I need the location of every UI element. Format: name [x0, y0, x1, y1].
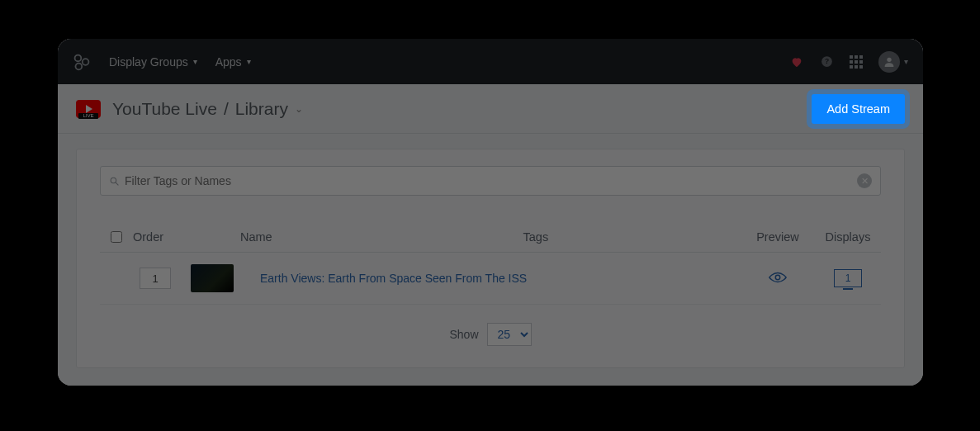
heart-icon[interactable]	[789, 54, 804, 69]
add-stream-button[interactable]: Add Stream	[812, 94, 905, 124]
apps-grid-icon[interactable]	[849, 54, 864, 69]
svg-point-1	[83, 59, 89, 65]
avatar-icon	[878, 51, 900, 73]
preview-button[interactable]	[741, 272, 815, 286]
pager-label: Show	[449, 328, 478, 341]
pagination: Show 25	[100, 323, 881, 346]
svg-point-8	[775, 275, 780, 280]
content-panel: ✕ Order Name Tags Preview Displays 1 Ear…	[76, 149, 905, 368]
help-icon[interactable]: ?	[819, 54, 834, 69]
svg-line-7	[116, 182, 118, 185]
chevron-down-icon: ⌄	[295, 103, 303, 115]
nav-display-groups[interactable]: Display Groups ▾	[109, 55, 197, 69]
topbar: Display Groups ▾ Apps ▾ ? ▾	[58, 39, 923, 84]
breadcrumb[interactable]: YouTube Live / Library ⌄	[112, 99, 303, 119]
search-input[interactable]	[125, 174, 857, 187]
svg-point-0	[75, 54, 82, 61]
svg-point-6	[111, 178, 116, 183]
stream-thumbnail[interactable]	[191, 264, 234, 292]
header-order[interactable]: Order	[133, 230, 240, 244]
search-input-wrap[interactable]: ✕	[100, 166, 881, 196]
header-name[interactable]: Name	[240, 230, 523, 244]
breadcrumb-app: YouTube Live	[112, 99, 217, 119]
youtube-live-badge: LIVE	[78, 113, 98, 119]
svg-point-2	[75, 63, 82, 69]
chevron-down-icon: ▾	[193, 57, 197, 66]
page-size-select[interactable]: 25	[487, 323, 532, 346]
search-icon	[109, 176, 120, 187]
displays-count[interactable]: 1	[834, 269, 862, 287]
table-row: 1 Earth Views: Earth From Space Seen Fro…	[100, 253, 881, 305]
nav-apps-label: Apps	[215, 55, 242, 69]
select-all-checkbox[interactable]	[111, 231, 122, 243]
chevron-down-icon: ▾	[247, 57, 251, 66]
header-preview[interactable]: Preview	[741, 230, 815, 244]
clear-search-icon[interactable]: ✕	[857, 173, 872, 188]
nav-apps[interactable]: Apps ▾	[215, 55, 251, 69]
stream-name-link[interactable]: Earth Views: Earth From Space Seen From …	[240, 272, 532, 285]
header-tags[interactable]: Tags	[523, 230, 741, 244]
svg-point-5	[887, 57, 891, 61]
svg-text:?: ?	[824, 57, 828, 65]
brand-logo[interactable]	[73, 53, 91, 71]
breadcrumb-section: Library	[235, 99, 288, 119]
subheader: LIVE YouTube Live / Library ⌄ Add Stream	[58, 84, 923, 134]
chevron-down-icon: ▾	[904, 57, 908, 66]
nav-display-groups-label: Display Groups	[109, 55, 188, 69]
eye-icon	[769, 272, 787, 283]
header-displays[interactable]: Displays	[815, 230, 881, 244]
account-menu[interactable]: ▾	[878, 51, 908, 73]
table-header: Order Name Tags Preview Displays	[100, 230, 881, 253]
order-input[interactable]: 1	[140, 268, 171, 289]
